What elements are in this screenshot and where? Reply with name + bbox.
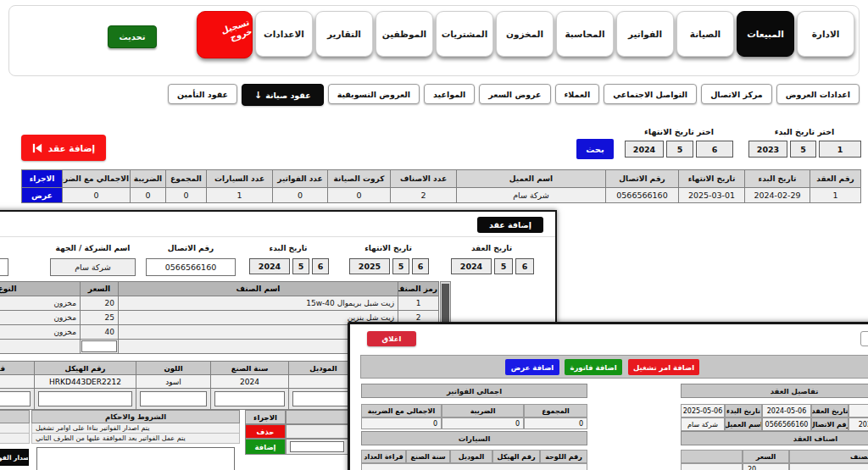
actions-header-blank [286,410,348,424]
end-year-box[interactable]: 2024 [625,141,664,158]
item-blank-col [681,450,743,463]
view-contract-button[interactable]: عرض [22,188,63,203]
cars-empty-row [361,463,587,470]
item-price-input[interactable] [81,340,117,352]
add-offer-button[interactable]: اضافة عرض [505,359,559,375]
subnav-offers-settings[interactable]: اعدادات العروض [776,84,860,104]
subnav-appointments[interactable]: المواعيد [424,84,475,104]
subnav-marketing-offers[interactable]: العروض التسويقية [328,84,420,104]
color-input[interactable] [140,391,207,406]
contract-details-row1: تاريخ العقد 2024-05-06 تاريخ البدء 2025-… [681,404,868,417]
item-type: مخزون [0,296,81,311]
terms-textarea[interactable] [36,447,235,470]
end-month-box[interactable]: 5 [666,141,693,158]
clipped-empty-value [849,404,868,417]
tab-settings[interactable]: الاعدادات [255,11,313,57]
contract-details-header: تفاصيل العقد [681,384,868,398]
subnav-clients[interactable]: العملاء [555,84,600,104]
d1-end-year[interactable]: 2025 [349,258,390,274]
car-odometer: 5000 [0,375,35,389]
item-type: مخزون [0,311,81,325]
add-item-input[interactable] [290,441,344,452]
search-button[interactable]: بحث [576,139,614,159]
contract-date-group: 2024 5 6 [451,258,534,274]
col-car-count: عدد السيارات [207,170,273,188]
issue-invoices-button[interactable]: اصدار الفواتير [0,449,29,466]
tab-inventory[interactable]: المخزون [496,11,554,57]
start-month-box[interactable]: 5 [790,141,816,158]
d1-end-month[interactable]: 5 [392,258,409,274]
tab-purchases[interactable]: المشتريات [436,11,493,57]
d1-start-year[interactable]: 2024 [249,258,290,274]
contract-date-year[interactable]: 2024 [451,258,492,274]
contract-date-month[interactable]: 5 [494,258,513,274]
subnav-social[interactable]: التواصل الاجتماعي [604,84,697,104]
model-input[interactable] [292,391,354,406]
col-year: سنة الصنع [211,362,289,375]
item-name: زيت شبل بريموال 15w-40 [119,296,398,311]
subnav-maintenance-contracts[interactable]: عقود صيانة ↓ [242,84,324,106]
car-vin: HRKD443DER2212 [35,375,136,389]
band-row: اصدار الفواتير [0,423,30,434]
vin-input[interactable] [38,391,132,406]
col-tax: الضريبة [131,170,166,188]
tab-invoices[interactable]: الفواتير [616,11,674,57]
tab-employees[interactable]: الموظفين [376,11,433,57]
cell-tax: 0 [131,188,166,203]
logout-button[interactable]: تسجيل خروج [197,11,253,58]
subnav-quotes[interactable]: عروض السعر [479,84,550,104]
col-color: اللون [136,362,211,375]
tab-maintenance[interactable]: الصيانة [676,11,734,57]
d1-extra-input[interactable] [0,258,8,276]
cell-total: 0 [166,188,207,203]
cell-car-count: 1 [207,188,273,203]
vin-col-label: رقم الهيكل [492,450,540,463]
cell-contract-id: 1 [810,188,861,203]
detail-phone-label: رقم الاتصال [811,417,849,431]
col-client-name: اسم العميل [457,170,606,188]
d1-end-day[interactable]: 6 [412,258,429,274]
end-day-box[interactable]: 6 [696,141,733,158]
add-work-order-button[interactable]: اضافة امر تشغيل [628,359,699,375]
add-invoice-button[interactable]: اضافة فاتورة [565,359,622,375]
tab-reports[interactable]: التقارير [315,11,373,57]
item-price: 20 [81,296,119,311]
col-action: الاجراء [22,170,63,188]
col-invoice-count: عدد الفواتير [273,170,328,188]
add-contract-dialog-title[interactable]: إضافة عقد [477,217,543,233]
detail-phone: 0566566160 [762,417,811,431]
start-year-box[interactable]: 2023 [748,141,787,158]
d1-company-input[interactable]: شركة سام [50,258,136,276]
start-date-filter-label: اختر تاريخ البدء [748,127,860,136]
year-col-label: سنة الصنع [406,450,450,463]
d1-phone-input[interactable]: 0566566160 [146,258,236,276]
cell-maintenance-cards: 0 [328,188,391,203]
col-maintenance-cards: كروت الصيانة [328,170,391,188]
clipped-corner-button[interactable] [860,331,868,346]
start-day-box[interactable]: 1 [819,141,861,158]
year-input[interactable] [214,391,285,406]
subnav-call-center[interactable]: مركز الاتصال [701,84,772,104]
delete-button[interactable]: حذف [245,424,286,439]
tab-accounting[interactable]: المحاسبة [556,11,614,57]
d1-phone-label: رقم الاتصال [146,244,236,252]
tab-sales[interactable]: المبيعات [737,11,794,57]
item-price: 25 [81,311,119,325]
actions-block: الاجراء حذف إضافة [245,410,348,455]
close-button[interactable]: اغلاق [367,331,416,346]
contract-view-dialog: اغلاق اضافة امر تشغيل اضافة فاتورة اضافة… [348,322,868,470]
col-contract-id: رقم العقد [810,170,861,188]
actions-header: الاجراء [245,410,286,424]
refresh-button[interactable]: تحديث [108,25,157,48]
subnav-insurance-contracts[interactable]: عقود التأمين [168,84,237,104]
tab-administration[interactable]: الادارة [797,11,854,57]
odometer-input[interactable] [0,391,31,406]
col-item-type: النوع [0,282,81,296]
total-with-tax-value: 0 [361,417,442,429]
contract-date-day[interactable]: 6 [515,258,534,274]
add-contract-button[interactable]: إضافة عقد [21,135,106,161]
d1-start-day[interactable]: 6 [312,258,329,274]
tax-label: الضريبة [442,404,524,417]
d1-start-month[interactable]: 5 [292,258,309,274]
add-item-button[interactable]: إضافة [245,439,286,455]
